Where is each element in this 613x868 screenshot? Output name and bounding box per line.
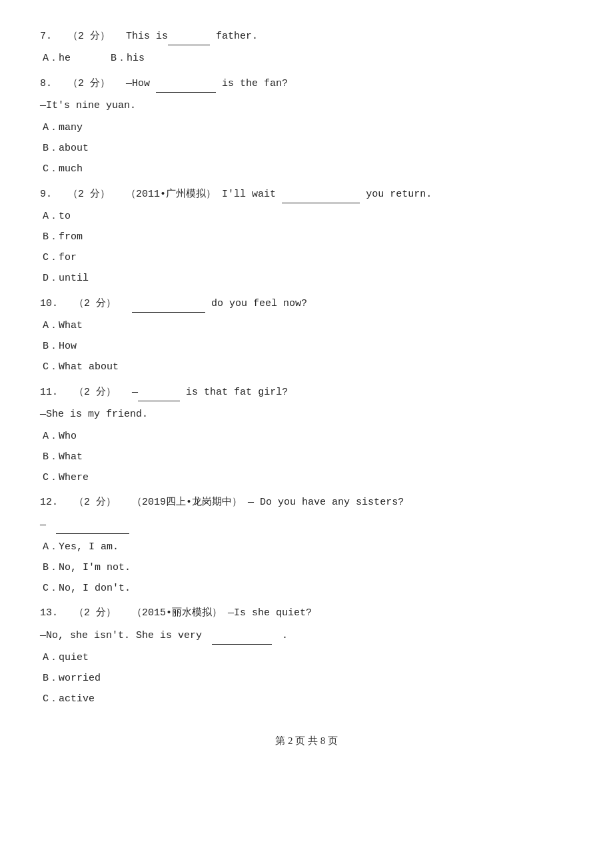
q8-number: 8. — [40, 78, 52, 89]
q13-option-b: B．worried — [40, 669, 573, 687]
q9-blank — [282, 185, 360, 203]
q11-option-b: B．What — [40, 448, 573, 466]
question-11: 11. （2 分） — is that fat girl? —She is my… — [40, 383, 573, 487]
q11-text-after: is that fat girl? — [186, 387, 288, 398]
footer-text: 第 2 页 共 8 页 — [275, 735, 338, 746]
q11-option-a: A．Who — [40, 427, 573, 445]
q13-points: （2 分） — [64, 607, 126, 619]
q9-points: （2 分） — [58, 189, 120, 200]
q9-text-before: I'll wait — [222, 189, 276, 200]
question-13: 13. （2 分） （2015•丽水模拟） —Is she quiet? —No… — [40, 604, 573, 708]
q8-text-before: —How — [126, 78, 150, 89]
question-13-text: 13. （2 分） （2015•丽水模拟） —Is she quiet? — [40, 604, 573, 622]
question-8: 8. （2 分） —How is the fan? —It's nine yua… — [40, 74, 573, 178]
question-8-text: 8. （2 分） —How is the fan? — [40, 74, 573, 93]
q13-text: —Is she quiet? — [228, 607, 312, 619]
q13-option-c: C．active — [40, 690, 573, 708]
q13-option-a: A．quiet — [40, 649, 573, 667]
q12-sub-line: — — [40, 515, 573, 534]
q13-prefix: （2015•丽水模拟） — [132, 607, 222, 619]
q8-sub-line: —It's nine yuan. — [40, 97, 573, 115]
q12-option-c: C．No, I don't. — [40, 579, 573, 597]
q12-prefix: （2019四上•龙岗期中） — [132, 497, 242, 508]
question-12-text: 12. （2 分） （2019四上•龙岗期中） — Do you have an… — [40, 493, 573, 511]
q11-points: （2 分） — [64, 387, 126, 398]
q7-points: （2 分） — [58, 31, 120, 42]
q8-option-a: A．many — [40, 119, 573, 137]
q11-number: 11. — [40, 387, 58, 398]
q10-option-a: A．What — [40, 317, 573, 335]
question-12: 12. （2 分） （2019四上•龙岗期中） — Do you have an… — [40, 493, 573, 597]
page-footer: 第 2 页 共 8 页 — [40, 735, 573, 747]
q9-prefix: （2011•广州模拟） — [126, 189, 216, 200]
q10-points: （2 分） — [64, 298, 126, 309]
q12-points: （2 分） — [64, 497, 126, 508]
q8-blank — [156, 74, 216, 93]
q9-option-c: C．for — [40, 249, 573, 267]
question-7-text: 7. （2 分） This is father. — [40, 27, 573, 45]
q8-text-after: is the fan? — [222, 78, 288, 89]
question-7: 7. （2 分） This is father. A．he B．his — [40, 27, 573, 67]
q13-number: 13. — [40, 607, 58, 619]
question-11-text: 11. （2 分） — is that fat girl? — [40, 383, 573, 401]
q7-text-before: This is — [126, 31, 168, 42]
q8-option-b: B．about — [40, 139, 573, 157]
q13-sub-line: —No, she isn't. She is very . — [40, 626, 573, 645]
q10-blank — [132, 294, 205, 313]
q7-text-after: father. — [216, 31, 258, 42]
q7-blank — [168, 27, 210, 45]
q9-option-a: A．to — [40, 207, 573, 225]
question-10: 10. （2 分） do you feel now? A．What B．How … — [40, 294, 573, 376]
q10-option-b: B．How — [40, 337, 573, 355]
q10-text-after: do you feel now? — [211, 298, 307, 309]
q10-number: 10. — [40, 298, 58, 309]
question-10-text: 10. （2 分） do you feel now? — [40, 294, 573, 313]
q12-option-b: B．No, I'm not. — [40, 559, 573, 577]
q9-option-d: D．until — [40, 269, 573, 287]
question-9: 9. （2 分） （2011•广州模拟） I'll wait you retur… — [40, 185, 573, 287]
q8-option-c: C．much — [40, 160, 573, 178]
q12-option-a: A．Yes, I am. — [40, 538, 573, 556]
q8-points: （2 分） — [58, 78, 120, 89]
q12-text: — Do you have any sisters? — [248, 497, 404, 508]
q12-sub-blank — [56, 515, 129, 534]
q11-option-c: C．Where — [40, 469, 573, 487]
q10-option-c: C．What about — [40, 358, 573, 376]
q9-number: 9. — [40, 189, 52, 200]
question-9-text: 9. （2 分） （2011•广州模拟） I'll wait you retur… — [40, 185, 573, 203]
q9-text-after: you return. — [366, 189, 432, 200]
q13-sub-blank — [212, 626, 272, 645]
q12-number: 12. — [40, 497, 58, 508]
q7-number: 7. — [40, 31, 52, 42]
q9-option-b: B．from — [40, 228, 573, 246]
q11-text-before: — — [132, 387, 138, 398]
q11-sub-line: —She is my friend. — [40, 405, 573, 423]
q7-option-a: A．he B．his — [40, 49, 573, 67]
q11-blank — [138, 383, 180, 401]
